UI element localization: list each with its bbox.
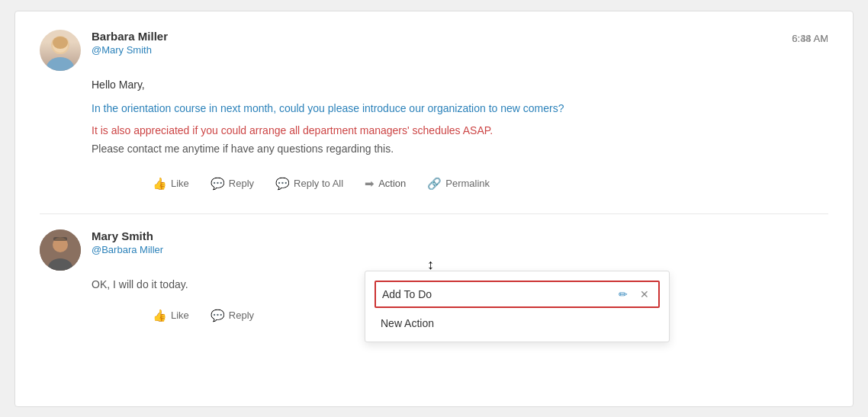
actions-bar-1: 👍 Like 💬 Reply 💬 Reply to All ➡ Action 🔗 <box>143 172 828 195</box>
reply-button-2[interactable]: 💬 Reply <box>201 304 263 327</box>
reply-icon-2: 💬 <box>211 309 225 322</box>
dropdown-item-new-action-label: New Action <box>381 317 434 329</box>
reply-button-1[interactable]: 💬 Reply <box>201 172 263 195</box>
dropdown-item-icons: ✏ ✕ <box>616 287 652 302</box>
greeting-1: Hello Mary, <box>92 79 828 91</box>
body-line-3: Please contact me anytime if have any qu… <box>92 140 828 159</box>
sender-name-1: Barbara Miller <box>92 30 828 43</box>
message-1: Barbara Miller @Mary Smith 6:38 AM Hello… <box>15 11 853 213</box>
like-button-1[interactable]: 👍 Like <box>143 172 198 195</box>
action-icon-1: ➡ <box>365 177 375 191</box>
dropdown-item-todo[interactable]: Add To Do ✏ ✕ <box>375 281 660 308</box>
avatar-mary <box>40 229 81 271</box>
reply-icon-1: 💬 <box>211 177 225 191</box>
edit-todo-button[interactable]: ✏ <box>616 287 631 302</box>
reply-all-button-1[interactable]: 💬 Reply to All <box>266 172 352 195</box>
dropdown-item-new-action[interactable]: New Action <box>365 311 669 335</box>
sender-name-2: Mary Smith <box>92 229 828 242</box>
action-button-1[interactable]: ➡ Action <box>355 172 415 195</box>
timestamp-2: 6:44 AM <box>792 33 828 44</box>
reply-all-icon-1: 💬 <box>275 177 290 191</box>
email-container: Barbara Miller @Mary Smith 6:38 AM Hello… <box>14 11 854 407</box>
permalink-icon-1: 🔗 <box>427 177 442 191</box>
body-line-2: It is also appreciated if you could arra… <box>92 122 828 140</box>
avatar-barbara <box>40 30 81 71</box>
permalink-button-1[interactable]: 🔗 Permalink <box>418 172 499 195</box>
message-2-meta: Mary Smith @Barbara Miller <box>92 229 828 255</box>
message-1-body: Hello Mary, In the orientation course in… <box>92 79 828 195</box>
dropdown-item-todo-label: Add To Do <box>382 288 432 300</box>
like-icon-2: 👍 <box>153 309 167 322</box>
like-icon-1: 👍 <box>153 177 167 191</box>
message-1-meta: Barbara Miller @Mary Smith <box>92 30 828 56</box>
mention-2[interactable]: @Barbara Miller <box>92 244 828 255</box>
body-line-1: In the orientation course in next month,… <box>92 100 828 118</box>
svg-point-1 <box>47 57 74 71</box>
message-2-header: Mary Smith @Barbara Miller 6:44 AM <box>40 229 828 271</box>
svg-point-3 <box>53 37 68 49</box>
action-dropdown: Add To Do ✏ ✕ New Action <box>365 271 670 342</box>
mention-1[interactable]: @Mary Smith <box>92 44 828 56</box>
svg-rect-7 <box>53 237 67 241</box>
delete-todo-button[interactable]: ✕ <box>637 287 652 302</box>
message-1-header: Barbara Miller @Mary Smith 6:38 AM <box>40 30 828 71</box>
like-button-2[interactable]: 👍 Like <box>143 304 198 327</box>
